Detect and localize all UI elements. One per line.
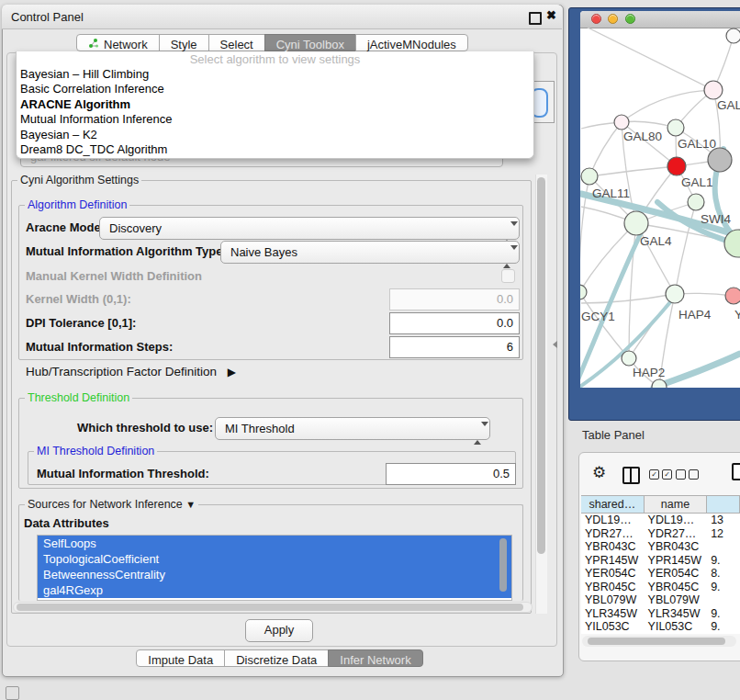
table-horizontal-scrollbar[interactable] <box>582 636 736 647</box>
table-cell: YDR27… <box>645 527 708 541</box>
table-row[interactable]: YDR27…YDR27…12 <box>581 527 740 541</box>
algorithm-option[interactable]: ARACNE Algorithm <box>17 97 533 112</box>
data-attributes-list[interactable]: SelfLoopsTopologicalCoefficientBetweenne… <box>37 535 512 601</box>
mi-type-combo[interactable]: Naive Bayes <box>220 241 520 264</box>
table-cell: YDL19… <box>581 514 645 527</box>
network-node[interactable] <box>725 288 740 304</box>
table-row[interactable]: YBL079WYBL079W <box>581 593 740 607</box>
close-traffic-button[interactable] <box>591 14 601 24</box>
table-cell: YLR345W <box>645 607 708 621</box>
clipped-toolbar-icon[interactable] <box>732 463 740 480</box>
network-node[interactable] <box>581 168 598 185</box>
float-window-icon[interactable] <box>529 12 542 25</box>
algorithm-option[interactable]: Bayesian – K2 <box>17 128 533 142</box>
table-cell: 9. <box>707 554 740 568</box>
table-row[interactable]: YDL19…YDL19…13 <box>581 514 740 527</box>
list-scrollbar[interactable] <box>499 538 507 592</box>
network-node[interactable] <box>667 119 684 136</box>
tab-jactivemnodules[interactable]: jActiveMNodules <box>355 34 468 51</box>
tab-style[interactable]: Style <box>159 34 209 51</box>
data-attribute-item[interactable]: TopologicalCoefficient <box>38 551 511 567</box>
column-header[interactable]: name <box>645 495 708 514</box>
network-node[interactable] <box>726 28 740 43</box>
data-attribute-item[interactable]: gal4RGexp <box>38 582 511 598</box>
dpi-tolerance-field[interactable]: 0.0 <box>389 312 520 334</box>
which-threshold-combo[interactable]: MI Threshold <box>215 417 490 440</box>
checked-box-icon: ✓ <box>649 469 659 480</box>
algorithm-option[interactable]: Dream8 DC_TDC Algorithm <box>17 142 533 157</box>
kernel-width-field[interactable]: 0.0 <box>389 288 520 310</box>
tab-label: Select <box>220 38 253 51</box>
tab-discretize-data[interactable]: Discretize Data <box>224 649 329 667</box>
sources-legend[interactable]: Sources for Network Inference ▼ <box>25 498 198 511</box>
zoom-traffic-button[interactable] <box>625 14 635 24</box>
hub-definition-toggle[interactable]: Hub/Transcription Factor Definition ▶ <box>26 365 236 378</box>
settings-horizontal-scrollbar[interactable] <box>13 602 533 613</box>
node-label: GAL80 <box>623 130 662 143</box>
tab-network[interactable]: Network <box>76 34 160 51</box>
table-row[interactable]: YBR045CYBR045C9. <box>581 581 740 594</box>
network-node[interactable] <box>666 285 684 303</box>
network-node[interactable] <box>622 351 636 366</box>
algorithm-option[interactable]: Bayesian – Hill Climbing <box>17 67 533 82</box>
window-grip[interactable] <box>6 686 19 700</box>
table-row[interactable]: YBR043CYBR043C <box>581 540 740 554</box>
apply-button[interactable]: Apply <box>245 619 313 642</box>
settings-vertical-scrollbar[interactable] <box>535 175 547 614</box>
algorithm-dropdown-placeholder: Select algorithm to view settings <box>17 51 533 67</box>
tab-select[interactable]: Select <box>208 34 265 51</box>
table-cell: YBL079W <box>581 593 645 607</box>
table-row[interactable]: YPR145WYPR145W9. <box>581 554 740 568</box>
manual-kernel-label: Manual Kernel Width Definition <box>26 269 202 283</box>
network-canvas[interactable]: GALGAL80GAL10GAL1GAL11SWI4GAL4HAP4YGCY1H… <box>580 28 740 388</box>
tab-impute-data[interactable]: Impute Data <box>136 649 225 667</box>
network-edge-highlighted <box>654 354 740 388</box>
stepper-icon <box>474 423 482 444</box>
table-cell: YPR145W <box>645 554 708 568</box>
unchecked-box-icon <box>676 469 686 480</box>
data-attributes-label: Data Attributes <box>24 516 109 530</box>
network-node[interactable] <box>624 211 648 235</box>
split-pane-collapse-icon[interactable] <box>553 341 557 348</box>
mi-steps-field[interactable]: 6 <box>389 336 520 358</box>
stepper-icon <box>503 246 511 267</box>
mi-threshold-field[interactable]: 0.5 <box>386 463 516 485</box>
network-node[interactable] <box>688 194 704 210</box>
network-window-titlebar[interactable] <box>580 11 740 28</box>
which-threshold-label: Which threshold to use: <box>77 421 213 435</box>
tab-infer-network[interactable]: Infer Network <box>328 649 422 667</box>
table-cell: YER054C <box>645 567 708 581</box>
control-panel-titlebar[interactable] <box>2 5 562 29</box>
deselect-all-checks-icon[interactable] <box>676 469 699 480</box>
table-cell <box>707 593 740 607</box>
select-all-checks-icon[interactable]: ✓ ✓ <box>649 469 672 480</box>
table-cell: YBL079W <box>645 593 708 607</box>
table-row[interactable]: YLR345WYLR345W9. <box>581 607 740 621</box>
network-node[interactable] <box>580 285 587 299</box>
tab-label: Discretize Data <box>236 653 317 667</box>
algorithm-option[interactable]: Basic Correlation Inference <box>17 82 533 96</box>
network-node[interactable] <box>667 157 686 175</box>
network-node[interactable] <box>708 148 732 172</box>
table-row[interactable]: YER054CYER054C8. <box>581 567 740 581</box>
table-cell: 8. <box>707 567 740 581</box>
network-edge <box>589 122 622 176</box>
tab-cyni-toolbox[interactable]: Cyni Toolbox <box>264 34 356 51</box>
minimize-traffic-button[interactable] <box>608 14 618 24</box>
aracne-mode-combo[interactable]: Discovery <box>99 217 520 240</box>
column-header[interactable] <box>707 495 740 514</box>
data-attribute-item[interactable]: BetweennessCentrality <box>38 567 511 582</box>
column-header[interactable]: shared… <box>581 495 645 514</box>
close-icon[interactable]: ✖ <box>546 8 556 22</box>
table-row[interactable]: YIL053CYIL053C9. <box>581 620 740 634</box>
manual-kernel-checkbox[interactable] <box>501 269 515 283</box>
gear-icon[interactable]: ⚙ <box>592 463 606 482</box>
table-cell: YPR145W <box>581 554 645 568</box>
column-layout-icon[interactable] <box>622 467 640 484</box>
table-cell: YLR345W <box>581 607 645 621</box>
network-node[interactable] <box>704 81 723 99</box>
tab-label: Network <box>104 38 148 51</box>
data-attribute-item[interactable]: SelfLoops <box>38 536 511 551</box>
algorithm-option[interactable]: Mutual Information Inference <box>17 112 533 127</box>
network-node[interactable] <box>614 115 629 130</box>
